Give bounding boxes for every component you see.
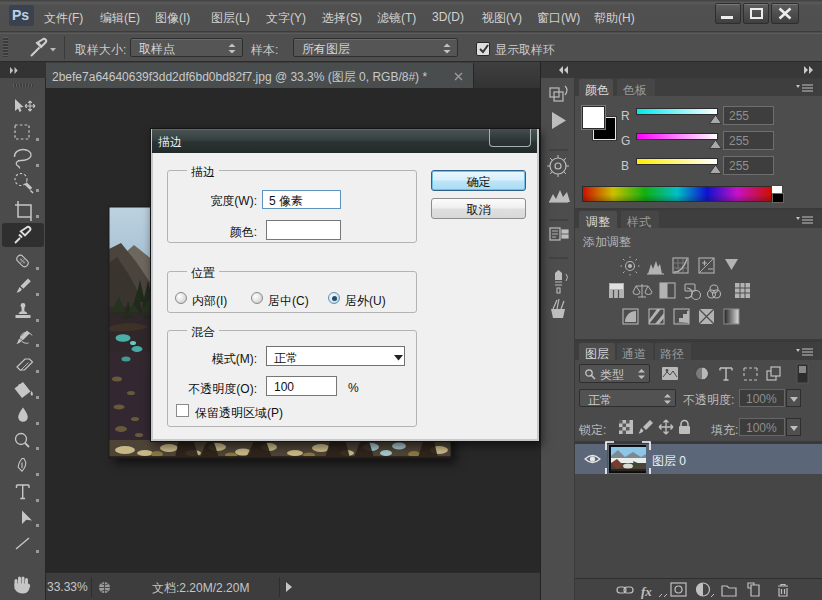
svg-text:fx: fx — [641, 584, 652, 599]
